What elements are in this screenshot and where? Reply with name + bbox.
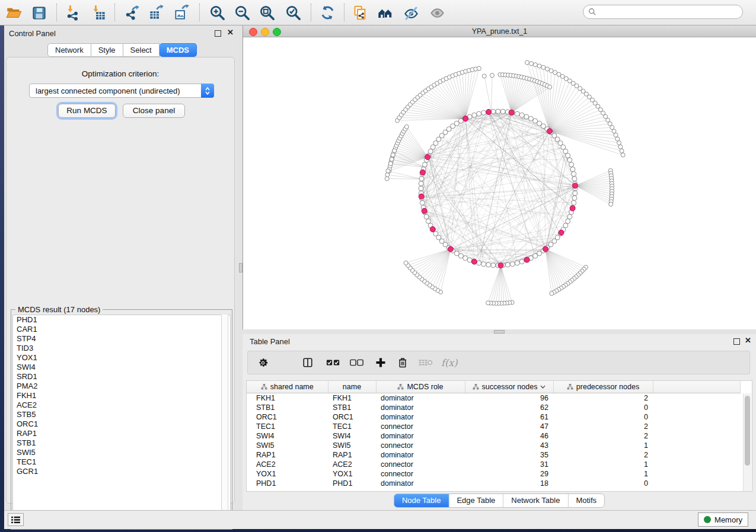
- result-node[interactable]: STB1: [13, 438, 230, 448]
- mcds-tab-content: Optimization criterion: largest connecte…: [6, 57, 235, 504]
- criterion-dropdown[interactable]: largest connected component (undirected): [29, 84, 214, 98]
- zoom-fit-icon[interactable]: [259, 5, 275, 21]
- cell: dominator: [376, 479, 465, 488]
- result-node[interactable]: SWI5: [13, 448, 230, 457]
- close-panel-icon[interactable]: ✕: [227, 28, 234, 37]
- cell: 43: [465, 441, 553, 450]
- cell: STB1: [328, 403, 376, 412]
- result-node[interactable]: TID3: [13, 344, 230, 353]
- show-columns-icon[interactable]: [302, 354, 313, 371]
- search-input[interactable]: [583, 5, 743, 19]
- import-network-icon[interactable]: [65, 5, 81, 21]
- node-table[interactable]: shared namenameMCDS rolesuccessor nodesp…: [246, 380, 752, 492]
- cell: 46: [465, 431, 553, 441]
- network-window-titlebar[interactable]: YPA_prune.txt_1: [243, 25, 756, 37]
- table-row[interactable]: ORC1ORC1dominator610: [247, 412, 741, 422]
- column-header-successor-nodes[interactable]: successor nodes: [465, 381, 553, 393]
- tab-network-table[interactable]: Network Table: [503, 494, 567, 507]
- table-row[interactable]: RAP1RAP1dominator352: [247, 450, 741, 460]
- table-row[interactable]: STB1STB1dominator620: [247, 403, 741, 412]
- result-list-scrollbar[interactable]: [221, 315, 228, 528]
- tab-motifs[interactable]: Motifs: [567, 494, 604, 507]
- mcds-result-groupbox: MCDS result (17 nodes) PHD1CAR1STP4TID3Y…: [11, 309, 232, 530]
- result-node[interactable]: ACE2: [13, 400, 230, 410]
- result-node[interactable]: FKH1: [13, 391, 230, 400]
- export-network-icon[interactable]: [125, 5, 141, 21]
- result-node[interactable]: STP4: [13, 334, 230, 344]
- result-node[interactable]: PMA2: [13, 382, 230, 391]
- zoom-out-icon[interactable]: [234, 5, 250, 21]
- float-panel-icon[interactable]: [733, 338, 740, 345]
- delete-row-icon[interactable]: [397, 354, 408, 371]
- zoom-in-icon[interactable]: [209, 5, 225, 21]
- cell: connector: [376, 441, 465, 450]
- cell: dominator: [376, 412, 465, 422]
- table-row[interactable]: SWI4SWI4dominator462: [247, 431, 741, 441]
- result-node[interactable]: SWI4: [13, 363, 230, 372]
- table-row[interactable]: ACE2ACE2connector311: [247, 460, 741, 469]
- save-session-icon[interactable]: [31, 5, 47, 21]
- refresh-icon[interactable]: [320, 5, 336, 21]
- table-row[interactable]: SWI5SWI5connector431: [247, 441, 741, 450]
- task-history-button[interactable]: [8, 513, 24, 526]
- tab-select[interactable]: Select: [123, 43, 160, 57]
- close-panel-icon[interactable]: ✕: [745, 336, 751, 345]
- network-canvas[interactable]: [243, 37, 756, 329]
- horizontal-splitter[interactable]: [243, 329, 756, 334]
- cell: connector: [376, 460, 465, 469]
- table-scrollbar[interactable]: [743, 393, 751, 492]
- settings-gear-icon[interactable]: [257, 354, 269, 371]
- table-row[interactable]: PHD1PHD1dominator180: [247, 479, 741, 488]
- float-panel-icon[interactable]: [215, 30, 221, 37]
- tab-style[interactable]: Style: [91, 43, 123, 57]
- result-node[interactable]: TEC1: [13, 457, 230, 467]
- show-hidden-icon[interactable]: [429, 5, 445, 21]
- tab-mcds[interactable]: MCDS: [160, 43, 197, 57]
- zoom-selected-icon[interactable]: [285, 5, 301, 21]
- close-panel-button[interactable]: Close panel: [123, 104, 185, 118]
- cell: connector: [376, 469, 465, 479]
- table-toolbar: f(x): [247, 351, 750, 374]
- cell: YOX1: [247, 469, 328, 479]
- result-node[interactable]: YOX1: [13, 353, 230, 363]
- result-node[interactable]: PHD1: [13, 315, 230, 325]
- table-row[interactable]: TEC1TEC1connector472: [247, 422, 741, 431]
- select-all-icon[interactable]: [326, 354, 340, 371]
- criterion-label: Optimization criterion:: [7, 69, 234, 78]
- table-row[interactable]: YOX1YOX1connector291: [247, 469, 741, 479]
- export-image-icon[interactable]: [174, 5, 190, 21]
- run-mcds-button[interactable]: Run MCDS: [58, 104, 116, 118]
- result-node[interactable]: CAR1: [13, 325, 230, 334]
- export-table-icon[interactable]: [148, 5, 164, 21]
- column-header-name[interactable]: name: [328, 381, 376, 393]
- deselect-all-icon[interactable]: [350, 354, 364, 371]
- home-view-icon[interactable]: [377, 5, 393, 21]
- open-file-icon[interactable]: [6, 5, 22, 21]
- table-type-tabs: Node TableEdge TableNetwork TableMotifs: [394, 493, 605, 508]
- tab-edge-table[interactable]: Edge Table: [448, 494, 503, 507]
- column-header-MCDS-role[interactable]: MCDS role: [376, 381, 465, 393]
- result-node[interactable]: RAP1: [13, 429, 230, 438]
- cell: ACE2: [328, 460, 376, 469]
- result-node[interactable]: STB5: [13, 410, 230, 419]
- control-panel-tabs: NetworkStyleSelectMCDS: [47, 43, 197, 56]
- scrollbar-thumb[interactable]: [745, 396, 750, 466]
- tab-node-table[interactable]: Node Table: [394, 494, 449, 507]
- search-field[interactable]: [599, 7, 742, 17]
- hide-selected-icon[interactable]: [403, 5, 419, 21]
- splitter-grip[interactable]: [494, 330, 505, 334]
- cell: PHD1: [328, 479, 376, 488]
- duplicate-network-icon[interactable]: [352, 5, 368, 21]
- cell: SWI5: [328, 441, 376, 450]
- result-node[interactable]: GCR1: [13, 467, 230, 476]
- column-header-predecessor-nodes[interactable]: predecessor nodes: [553, 381, 653, 393]
- tab-network[interactable]: Network: [47, 43, 91, 57]
- memory-button[interactable]: Memory: [698, 512, 748, 527]
- table-panel: Table Panel ✕ f(x): [243, 334, 756, 510]
- import-table-icon[interactable]: [91, 5, 107, 21]
- table-row[interactable]: FKH1FKH1dominator962: [247, 393, 741, 403]
- add-row-icon[interactable]: [375, 354, 387, 371]
- result-node[interactable]: SRD1: [13, 372, 230, 382]
- result-node[interactable]: ORC1: [13, 419, 230, 429]
- column-header-shared-name[interactable]: shared name: [247, 381, 328, 393]
